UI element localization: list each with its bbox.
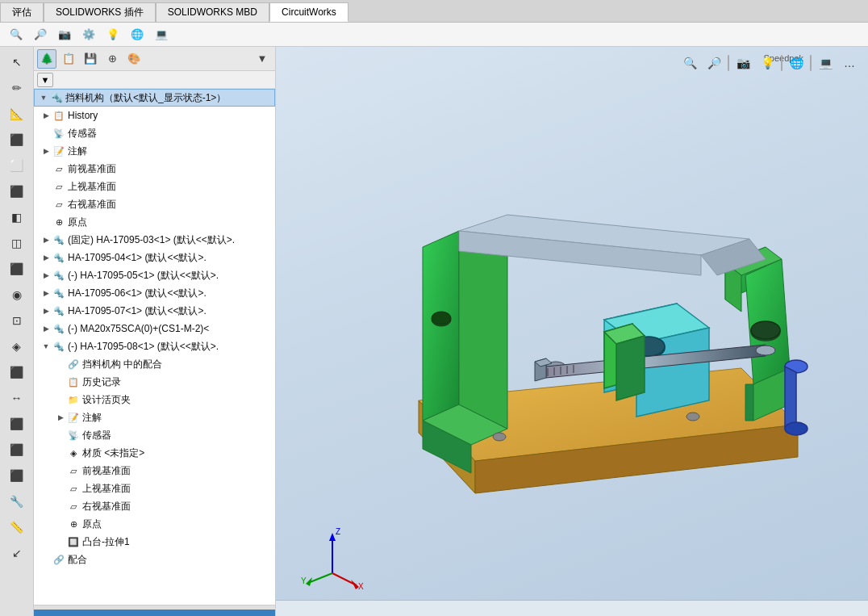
- tree-item-sensor[interactable]: 📡传感器: [34, 124, 275, 142]
- vp-light-icon[interactable]: 💡: [757, 53, 778, 73]
- left-icon-feature1[interactable]: ⬛: [3, 128, 31, 152]
- tree-item-part1[interactable]: ▶🔩(固定) HA-17095-03<1> (默认<<默认>.: [34, 231, 275, 249]
- tree-item-part3[interactable]: ▶🔩(-) HA-17095-05<1> (默认<<默认>.: [34, 266, 275, 284]
- tree-item-mate[interactable]: 🔗配合: [34, 551, 275, 568]
- vp-display-icon[interactable]: 💻: [815, 53, 836, 73]
- left-icon-feature7[interactable]: ◉: [3, 283, 31, 307]
- tree-label-part6: (-) MA20x75SCA(0)+(CS1-M-2)<: [68, 323, 209, 334]
- left-icon-measure[interactable]: 📏: [3, 515, 31, 539]
- left-icon-feature2[interactable]: ⬜: [3, 153, 31, 178]
- tree-item-part5[interactable]: ▶🔩HA-17095-07<1> (默认<<默认>.: [34, 302, 275, 320]
- tree-item-sub3[interactable]: 📁设计活页夹: [34, 391, 275, 409]
- tree-arrow-part1: ▶: [40, 231, 52, 249]
- tree-item-sub1[interactable]: 🔗挡料机构 中的配合: [34, 355, 275, 373]
- left-icon-feature12[interactable]: ⬛: [3, 412, 31, 436]
- tree-label-front-plane: 前视基准面: [68, 162, 116, 176]
- left-icon-feature4[interactable]: ◧: [3, 205, 31, 229]
- tree-icon-display[interactable]: ⊕: [102, 49, 122, 69]
- tree-item-part2[interactable]: ▶🔩HA-17095-04<1> (默认<<默认>.: [34, 249, 275, 266]
- tree-item-sub10[interactable]: ⊕原点: [34, 515, 275, 533]
- tree-icon-config[interactable]: 💾: [81, 49, 100, 69]
- tab-solidworks-plugin[interactable]: SOLIDWORKS 插件: [44, 2, 156, 22]
- vp-camera-icon[interactable]: 📷: [732, 53, 753, 73]
- toolbar-icon-1[interactable]: 🔍: [6, 25, 26, 43]
- tree-label-annotation: 注解: [68, 145, 87, 158]
- vp-separator2: [781, 55, 782, 71]
- tree-label-part1: (固定) HA-17095-03<1> (默认<<默认>.: [68, 233, 235, 247]
- left-icon-feature15[interactable]: 🔧: [3, 489, 31, 513]
- tree-icon-model[interactable]: 🌲: [37, 49, 56, 69]
- svg-point-38: [686, 413, 699, 421]
- tree-label-history: History: [68, 110, 98, 121]
- tree-item-sub6[interactable]: ◈材质 <未指定>: [34, 444, 275, 462]
- vp-zoom-icon[interactable]: 🔍: [679, 53, 700, 73]
- tree-root-item[interactable]: ▼ 🔩 挡料机构（默认<默认_显示状态-1>）: [34, 89, 275, 107]
- tree-item-sub5[interactable]: 📡传感器: [34, 426, 275, 444]
- tab-circuitworks[interactable]: CircuitWorks: [269, 2, 348, 22]
- toolbar-icon-3[interactable]: 📷: [55, 25, 74, 43]
- toolbar-icon-5[interactable]: 💡: [103, 25, 123, 43]
- tree-arrow-part5: ▶: [40, 302, 52, 320]
- tree-item-origin[interactable]: ⊕原点: [34, 213, 275, 231]
- tree-arrow-annotation: ▶: [40, 142, 52, 160]
- left-icon-feature9[interactable]: ◈: [3, 334, 31, 358]
- left-icon-pointer[interactable]: ↖: [3, 50, 31, 74]
- top-toolbar: 评估 SOLIDWORKS 插件 SOLIDWORKS MBD CircuitW…: [0, 0, 868, 47]
- filter-icon[interactable]: ▼: [37, 73, 53, 87]
- tree-item-sub4[interactable]: ▶📝注解: [34, 409, 275, 426]
- left-icon-feature11[interactable]: ↔: [3, 386, 31, 410]
- tree-arrow-right-plane: [40, 195, 52, 213]
- vp-separator3: [810, 55, 812, 71]
- left-icon-feature16[interactable]: ↙: [3, 541, 31, 565]
- tree-item-part7[interactable]: ▼🔩(-) HA-17095-08<1> (默认<<默认>.: [34, 337, 275, 355]
- vp-more-icon[interactable]: …: [839, 53, 860, 73]
- left-icon-sketch[interactable]: ✏: [3, 76, 31, 100]
- tree-arrow-sub4: ▶: [55, 409, 66, 426]
- vp-globe-icon[interactable]: 🌐: [786, 53, 807, 73]
- tree-icon-sub9: ▱: [66, 499, 81, 513]
- tree-item-right-plane[interactable]: ▱右视基准面: [34, 195, 275, 213]
- tree-label-sub7: 前视基准面: [82, 464, 131, 478]
- toolbar-icon-4[interactable]: ⚙️: [79, 25, 98, 43]
- tree-item-history[interactable]: ▶📋History: [34, 107, 275, 124]
- tree-item-annotation[interactable]: ▶📝注解: [34, 142, 275, 160]
- left-icon-feature5[interactable]: ◫: [3, 231, 31, 255]
- left-icon-feature13[interactable]: ⬛: [3, 438, 31, 462]
- tab-solidworks-mbd[interactable]: SOLIDWORKS MBD: [156, 2, 269, 22]
- tab-bar: 评估 SOLIDWORKS 插件 SOLIDWORKS MBD CircuitW…: [0, 0, 868, 23]
- left-icon-feature14[interactable]: ⬛: [3, 463, 31, 488]
- tree-item-sub7[interactable]: ▱前视基准面: [34, 462, 275, 480]
- tree-header: 🌲 📋 💾 ⊕ 🎨 ▼: [34, 47, 275, 71]
- left-icon-feature8[interactable]: ⊡: [3, 308, 31, 333]
- tree-item-top-plane[interactable]: ▱上视基准面: [34, 178, 275, 195]
- tree-icon-sub1: 🔗: [66, 357, 81, 371]
- tree-item-sub11[interactable]: 🔲凸台-拉伸1: [34, 533, 275, 551]
- tree-arrow-sub10: [55, 515, 66, 533]
- left-icon-feature10[interactable]: ⬛: [3, 360, 31, 384]
- tree-item-sub2[interactable]: 📋历史记录: [34, 373, 275, 391]
- viewport-status-bar: [276, 600, 868, 616]
- toolbar-icon-7[interactable]: 💻: [152, 25, 171, 43]
- viewport[interactable]: Speedpak 🔍 🔎 📷 💡 🌐 💻 …: [276, 47, 868, 616]
- left-icon-dimension[interactable]: 📐: [3, 102, 31, 126]
- tree-label-top-plane: 上视基准面: [68, 180, 116, 194]
- tree-label-sub4: 注解: [82, 411, 102, 425]
- tree-item-front-plane[interactable]: ▱前视基准面: [34, 160, 275, 178]
- tree-icon-appearance[interactable]: 🎨: [124, 49, 144, 69]
- tree-item-sub8[interactable]: ▱上视基准面: [34, 480, 275, 497]
- toolbar-icon-2[interactable]: 🔎: [31, 25, 50, 43]
- left-icon-feature3[interactable]: ⬛: [3, 179, 31, 203]
- tree-item-part4[interactable]: ▶🔩HA-17095-06<1> (默认<<默认>.: [34, 284, 275, 302]
- tree-icon-filter[interactable]: ▼: [252, 49, 272, 69]
- toolbar-icon-6[interactable]: 🌐: [127, 25, 147, 43]
- vp-separator1: [728, 55, 729, 71]
- vp-zoom2-icon[interactable]: 🔎: [703, 53, 724, 73]
- tree-icon-part6: 🔩: [52, 321, 66, 336]
- tab-evaluate[interactable]: 评估: [0, 2, 44, 22]
- left-icon-feature6[interactable]: ⬛: [3, 257, 31, 281]
- tree-item-part6[interactable]: ▶🔩(-) MA20x75SCA(0)+(CS1-M-2)<: [34, 320, 275, 337]
- tree-arrow-sub6: [55, 444, 66, 462]
- tree-icon-property[interactable]: 📋: [59, 49, 78, 69]
- tree-icon-sub2: 📋: [66, 375, 81, 389]
- tree-item-sub9[interactable]: ▱右视基准面: [34, 497, 275, 515]
